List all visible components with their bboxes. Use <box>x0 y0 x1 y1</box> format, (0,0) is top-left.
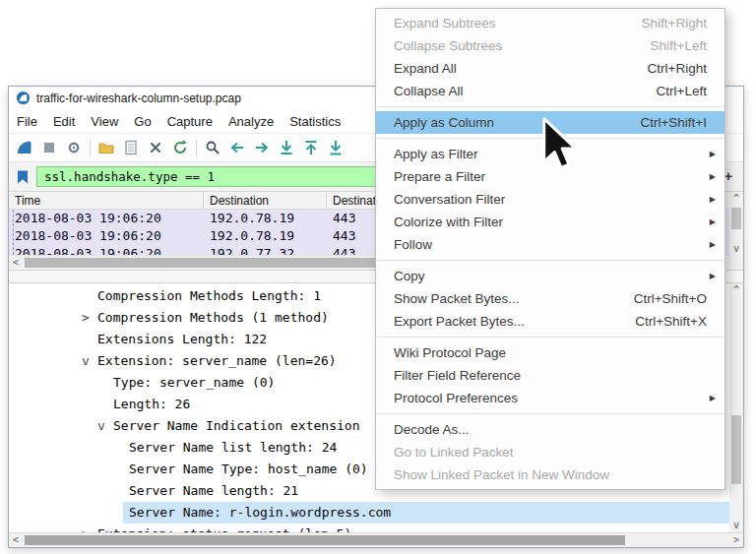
detail-text: Length: 26 <box>113 397 190 411</box>
menu-go[interactable]: Go <box>126 109 158 133</box>
submenu-arrow-icon: ▶ <box>710 387 716 409</box>
scrollbar-thumb[interactable] <box>731 415 741 484</box>
detail-text: Server Name: r-login.wordpress.com <box>129 505 391 520</box>
capture-options-icon[interactable] <box>65 139 83 156</box>
go-to-packet-icon[interactable] <box>278 139 295 156</box>
open-file-icon[interactable] <box>97 139 115 156</box>
stop-capture-icon[interactable] <box>40 139 58 156</box>
packet-cell: 2018-08-03 19:06:20 <box>9 245 204 255</box>
context-menu-item-filter-field-reference[interactable]: Filter Field Reference <box>376 364 724 387</box>
context-menu-item-expand-all[interactable]: Expand AllCtrl+Right <box>376 57 724 80</box>
detail-line[interactable]: >Extension: status_request (len=5) <box>9 523 743 532</box>
wireshark-app-icon <box>16 91 31 105</box>
context-menu-item-expand-subtrees: Expand SubtreesShift+Right <box>376 12 724 34</box>
menu-item-label: Apply as Column <box>394 115 494 130</box>
packet-cell: 2018-08-03 19:06:20 <box>9 227 204 245</box>
scrollbar-track[interactable] <box>23 533 729 547</box>
context-menu-item-show-linked-packet-in-new-window: Show Linked Packet in New Window <box>376 463 724 486</box>
menu-item-label: Expand All <box>394 61 457 76</box>
scroll-down-button[interactable]: v <box>729 242 743 256</box>
window-title: traffic-for-wireshark-column-setup.pcap <box>36 92 241 105</box>
submenu-arrow-icon: ▶ <box>710 165 716 188</box>
display-filter-value: ssl.handshake.type == 1 <box>44 169 215 184</box>
collapsed-arrow-icon[interactable]: > <box>82 307 97 329</box>
mouse-cursor <box>541 116 581 176</box>
detail-text: Server Name length: 21 <box>129 483 298 498</box>
column-header-time[interactable]: Time <box>9 192 204 209</box>
context-menu-item-decode-as[interactable]: Decode As... <box>376 418 724 441</box>
context-menu-item-export-packet-bytes[interactable]: Export Packet Bytes...Ctrl+Shift+X <box>376 310 724 333</box>
collapsed-arrow-icon[interactable]: > <box>82 523 97 532</box>
save-file-icon[interactable] <box>122 139 140 156</box>
detail-text: Extension: server_name (len=26) <box>97 353 337 368</box>
go-forward-icon[interactable] <box>253 139 271 156</box>
menu-item-label: Protocol Preferences <box>394 391 518 405</box>
context-menu-item-conversation-filter[interactable]: Conversation Filter▶ <box>376 188 724 211</box>
details-vscrollbar[interactable]: ^ v <box>729 283 743 532</box>
detail-text: Extensions Length: 122 <box>97 332 267 346</box>
menu-item-label: Decode As... <box>394 422 470 437</box>
menu-item-shortcut: Ctrl+Shift+X <box>635 314 707 329</box>
toolbar-separator <box>196 140 197 156</box>
expanded-arrow-icon[interactable]: v <box>82 350 97 372</box>
menu-separator <box>377 337 724 338</box>
menu-capture[interactable]: Capture <box>159 109 220 133</box>
scroll-left-button[interactable]: < <box>9 256 23 270</box>
menu-separator <box>377 260 724 261</box>
detail-line[interactable]: Server Name: r-login.wordpress.com <box>123 502 743 523</box>
menu-item-label: Collapse Subtrees <box>394 38 502 53</box>
go-first-icon[interactable] <box>302 139 320 156</box>
packet-list-vscrollbar[interactable]: ^ v <box>729 192 743 256</box>
go-back-icon[interactable] <box>228 139 246 156</box>
scroll-left-button[interactable]: < <box>9 533 23 547</box>
packet-cell: 192.0.78.19 <box>204 210 327 227</box>
scroll-down-button[interactable]: v <box>729 519 743 532</box>
column-header-destination[interactable]: Destination <box>204 192 327 209</box>
related-packet-gutter <box>13 210 14 255</box>
scroll-right-button[interactable]: > <box>729 533 743 547</box>
menu-item-shortcut: Ctrl+Left <box>657 84 707 98</box>
menu-item-shortcut: Ctrl+Right <box>648 61 707 76</box>
scrollbar-track[interactable] <box>729 297 743 519</box>
context-menu-item-collapse-subtrees: Collapse SubtreesShift+Left <box>376 34 724 57</box>
reload-icon[interactable] <box>171 139 189 156</box>
context-menu-item-collapse-all[interactable]: Collapse AllCtrl+Left <box>376 80 724 102</box>
details-hscrollbar[interactable]: < > <box>9 532 743 547</box>
menu-separator <box>377 413 724 414</box>
start-capture-icon[interactable] <box>16 139 33 156</box>
scroll-up-button[interactable]: ^ <box>729 283 743 297</box>
packet-cell: 192.0.78.19 <box>204 227 327 245</box>
menu-analyze[interactable]: Analyze <box>220 109 282 133</box>
submenu-arrow-icon: ▶ <box>710 265 716 287</box>
scroll-up-button[interactable]: ^ <box>729 192 743 206</box>
context-menu-item-colorize-with-filter[interactable]: Colorize with Filter▶ <box>376 211 724 233</box>
menu-file[interactable]: File <box>9 109 45 133</box>
expanded-arrow-icon[interactable]: v <box>97 415 113 437</box>
scrollbar-thumb[interactable] <box>25 535 625 545</box>
context-menu-item-show-packet-bytes[interactable]: Show Packet Bytes...Ctrl+Shift+O <box>376 287 724 310</box>
menu-edit[interactable]: Edit <box>45 109 83 133</box>
context-menu-item-protocol-preferences[interactable]: Protocol Preferences▶ <box>376 387 724 409</box>
menu-statistics[interactable]: Statistics <box>282 109 348 133</box>
submenu-arrow-icon: ▶ <box>710 188 716 211</box>
menu-view[interactable]: View <box>83 109 126 133</box>
packet-cell: 2018-08-03 19:06:20 <box>9 210 204 227</box>
filter-bookmark-icon[interactable] <box>15 169 31 185</box>
menu-item-label: Collapse All <box>394 84 464 98</box>
context-menu-item-wiki-protocol-page[interactable]: Wiki Protocol Page <box>376 341 724 364</box>
find-packet-icon[interactable] <box>204 139 221 156</box>
detail-text: Server Name Type: host_name (0) <box>129 462 368 476</box>
go-last-icon[interactable] <box>327 139 345 156</box>
menu-item-label: Wiki Protocol Page <box>394 345 506 360</box>
menu-item-label: Colorize with Filter <box>394 215 503 229</box>
context-menu-item-copy[interactable]: Copy▶ <box>376 265 724 287</box>
scrollbar-thumb[interactable] <box>731 208 741 229</box>
detail-text: Extension: status_request (len=5) <box>97 526 351 532</box>
scrollbar-track[interactable] <box>729 206 743 242</box>
context-menu-item-follow[interactable]: Follow▶ <box>376 233 724 256</box>
context-menu-item-go-to-linked-packet: Go to Linked Packet <box>376 441 724 463</box>
menu-item-label: Export Packet Bytes... <box>394 314 525 329</box>
submenu-arrow-icon: ▶ <box>710 143 716 165</box>
toolbar-separator <box>90 140 91 156</box>
close-file-icon[interactable] <box>147 139 164 156</box>
